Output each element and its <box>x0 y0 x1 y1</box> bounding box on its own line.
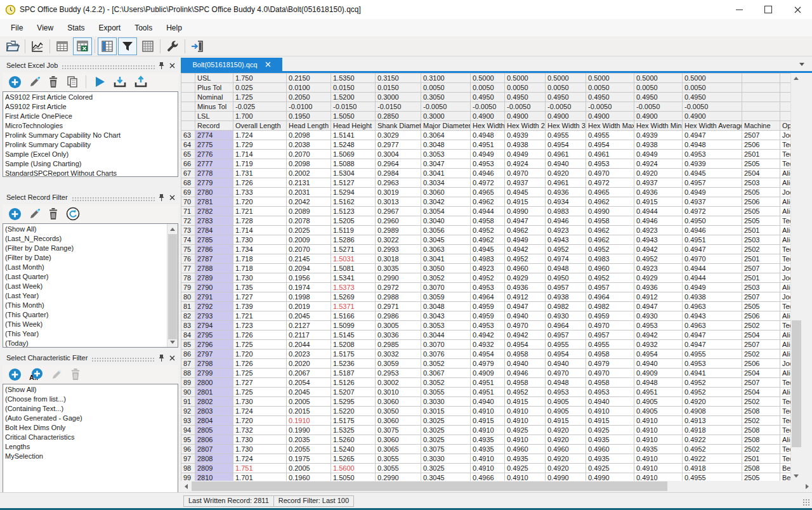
record-cell[interactable]: 2795 <box>195 330 233 340</box>
value-cell[interactable]: 0.2054 <box>287 378 331 388</box>
value-cell[interactable]: 0.4943 <box>683 311 742 321</box>
value-cell[interactable]: 1.5220 <box>331 407 376 416</box>
value-cell[interactable]: 0.2964 <box>376 159 421 169</box>
list-item[interactable]: AS9102 First Article <box>3 102 178 112</box>
record-cell[interactable]: 2783 <box>195 216 233 226</box>
value-cell[interactable]: 1.5260 <box>331 435 376 445</box>
value-cell[interactable]: 1.733 <box>233 188 287 197</box>
row-number-cell[interactable] <box>181 112 195 121</box>
value-cell[interactable]: 0.4912 <box>634 292 683 302</box>
value-cell[interactable]: 0.4910 <box>505 435 546 445</box>
value-cell[interactable]: 1.5069 <box>331 150 376 159</box>
value-cell[interactable]: 0.4938 <box>505 140 546 150</box>
value-cell[interactable]: 1.720 <box>233 197 287 207</box>
value-cell[interactable]: 0.4952 <box>546 245 586 254</box>
value-cell[interactable]: 0.4909 <box>471 369 505 378</box>
spec-value-cell[interactable]: 0.0150 <box>376 83 421 93</box>
value-cell[interactable]: 0.4937 <box>683 197 742 207</box>
value-cell[interactable]: 0.3022 <box>376 235 421 245</box>
value-cell[interactable]: 1.5099 <box>331 321 376 330</box>
panel-close-icon[interactable] <box>169 195 175 200</box>
spec-value-cell[interactable]: 0.3000 <box>376 93 421 102</box>
spec-value-cell[interactable] <box>780 74 791 83</box>
value-cell[interactable]: 1.5187 <box>331 369 376 378</box>
operator-cell[interactable]: Alic <box>780 207 791 216</box>
machine-cell[interactable]: 2505 <box>742 207 780 216</box>
machine-cell[interactable]: 2501 <box>742 273 780 283</box>
list-item[interactable]: Bolt Hex Dims Only <box>3 423 178 433</box>
value-cell[interactable]: 0.3075 <box>421 445 471 454</box>
value-cell[interactable]: 1.718 <box>233 254 287 264</box>
value-cell[interactable]: 0.4936 <box>505 283 546 292</box>
value-cell[interactable]: 0.3005 <box>376 321 421 330</box>
machine-cell[interactable]: 2503 <box>742 178 780 188</box>
value-cell[interactable]: 0.3055 <box>376 454 421 464</box>
operator-cell[interactable]: Ted <box>780 140 791 150</box>
value-cell[interactable]: 0.4936 <box>634 283 683 292</box>
spec-value-cell[interactable]: 0.5000 <box>471 74 505 83</box>
spec-value-cell[interactable]: -0.0100 <box>287 102 331 112</box>
list-item[interactable]: (Last Year) <box>3 291 178 301</box>
value-cell[interactable]: 0.4962 <box>471 235 505 245</box>
list-item[interactable]: Critical Characteristics <box>3 433 178 442</box>
value-cell[interactable]: 0.4923 <box>471 264 505 273</box>
value-cell[interactable]: 0.4910 <box>634 464 683 473</box>
value-cell[interactable]: 0.2005 <box>287 464 331 473</box>
value-cell[interactable]: 1.726 <box>233 330 287 340</box>
value-cell[interactable]: 0.4957 <box>586 283 634 292</box>
tab-close-icon[interactable] <box>265 62 271 67</box>
record-cell[interactable]: 2802 <box>195 397 233 407</box>
column-header[interactable]: Head Height <box>331 121 376 131</box>
spec-value-cell[interactable]: 0.0050 <box>471 83 505 93</box>
list-item[interactable]: (Containing Text...) <box>3 404 178 414</box>
column-header[interactable]: Major Diameter <box>421 121 471 131</box>
machine-cell[interactable]: 2507 <box>742 340 780 350</box>
row-number-cell[interactable]: 82 <box>181 311 195 321</box>
value-cell[interactable]: 0.4924 <box>505 159 546 169</box>
value-cell[interactable]: 0.3025 <box>421 435 471 445</box>
machine-cell[interactable]: 2502 <box>742 416 780 426</box>
value-cell[interactable]: 0.2963 <box>376 178 421 188</box>
row-number-cell[interactable]: 68 <box>181 178 195 188</box>
pin-icon[interactable] <box>159 354 164 362</box>
machine-cell[interactable]: 2501 <box>742 254 780 264</box>
spec-value-cell[interactable]: 0.3050 <box>421 93 471 102</box>
value-cell[interactable]: 1.5207 <box>331 388 376 397</box>
value-cell[interactable]: 0.4952 <box>683 445 742 454</box>
value-cell[interactable]: 0.3059 <box>376 359 421 369</box>
row-number-cell[interactable]: 65 <box>181 150 195 159</box>
value-cell[interactable]: 0.4970 <box>505 169 546 178</box>
column-header[interactable]: Hex Width Average <box>683 121 742 131</box>
value-cell[interactable]: 0.4952 <box>471 273 505 283</box>
value-cell[interactable]: 0.4932 <box>634 340 683 350</box>
value-cell[interactable]: 0.4945 <box>683 169 742 178</box>
value-cell[interactable]: 0.3050 <box>421 264 471 273</box>
record-cell[interactable]: 2796 <box>195 340 233 350</box>
value-cell[interactable]: 0.2993 <box>376 245 421 254</box>
spec-value-cell[interactable]: 0.5000 <box>546 74 586 83</box>
row-number-cell[interactable]: 67 <box>181 169 195 178</box>
value-cell[interactable]: 0.4938 <box>634 140 683 150</box>
value-cell[interactable]: 1.714 <box>233 150 287 159</box>
edit-job-icon[interactable] <box>29 76 41 88</box>
spec-label-cell[interactable]: Nominal <box>195 93 233 102</box>
record-cell[interactable]: 2806 <box>195 435 233 445</box>
value-cell[interactable]: 0.4951 <box>471 140 505 150</box>
spec-value-cell[interactable]: -0.0050 <box>634 102 683 112</box>
value-cell[interactable]: 0.3063 <box>421 245 471 254</box>
list-item[interactable]: (Filter by Date Range) <box>3 244 178 253</box>
value-cell[interactable]: 0.4925 <box>586 426 634 435</box>
record-cell[interactable]: 2787 <box>195 254 233 264</box>
list-item[interactable]: Lengths <box>3 442 178 452</box>
value-cell[interactable]: 1.5175 <box>331 350 376 359</box>
value-cell[interactable]: 0.4972 <box>683 207 742 216</box>
value-cell[interactable]: 0.4920 <box>546 435 586 445</box>
value-cell[interactable]: 0.4953 <box>471 283 505 292</box>
value-cell[interactable]: 0.4942 <box>634 330 683 340</box>
row-number-cell[interactable]: 87 <box>181 359 195 369</box>
spec-value-cell[interactable] <box>742 83 780 93</box>
record-cell[interactable]: 2790 <box>195 283 233 292</box>
value-cell[interactable]: 0.4955 <box>586 340 634 350</box>
spec-value-cell[interactable]: 0.0050 <box>586 83 634 93</box>
record-cell[interactable]: 2805 <box>195 426 233 435</box>
